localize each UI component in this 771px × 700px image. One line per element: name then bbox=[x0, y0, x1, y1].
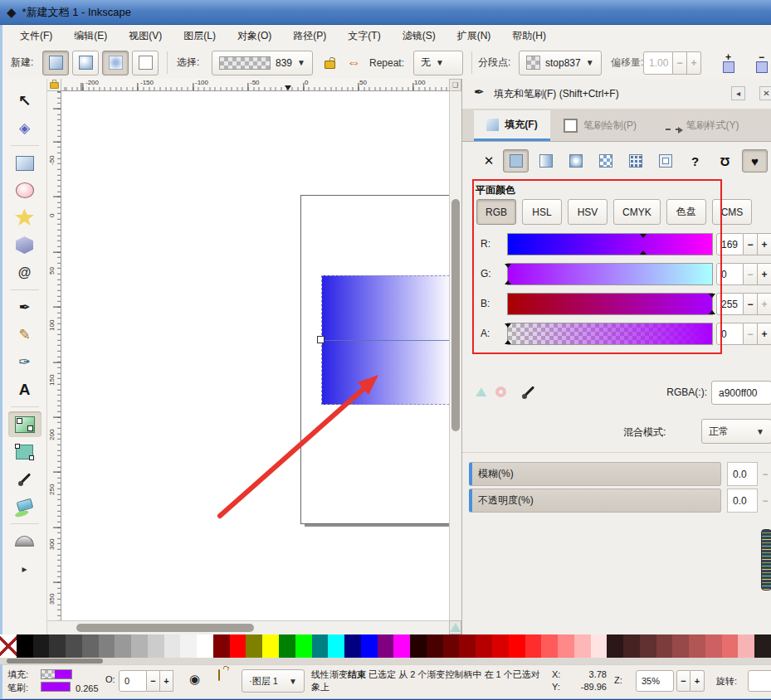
menu-item-文件f[interactable]: 文件(F) bbox=[9, 26, 63, 46]
blur-decrease-button[interactable]: − bbox=[758, 462, 771, 486]
opacity-slider[interactable]: 不透明度(%) bbox=[469, 489, 721, 513]
opacity-decrease-button[interactable]: − bbox=[758, 489, 771, 513]
palette-swatch[interactable] bbox=[738, 634, 754, 658]
selector-tool[interactable]: ↖ bbox=[8, 88, 41, 114]
palette-swatch[interactable] bbox=[509, 634, 525, 658]
slider-marker[interactable] bbox=[505, 323, 511, 328]
slider-value-b[interactable]: 255 bbox=[716, 293, 744, 315]
menu-item-帮助h[interactable]: 帮助(H) bbox=[501, 26, 557, 46]
palette-swatch[interactable] bbox=[131, 634, 148, 658]
layer-visibility-icon[interactable]: ◉ bbox=[189, 673, 200, 685]
palette-swatch[interactable] bbox=[623, 634, 640, 658]
titlebar[interactable]: ◆ *新建文档 1 - Inkscape bbox=[0, 0, 771, 25]
menu-item-滤镜s[interactable]: 滤镜(S) bbox=[392, 26, 446, 46]
slider-marker[interactable] bbox=[709, 310, 715, 314]
palette-swatch[interactable] bbox=[180, 634, 197, 658]
stroke-indicator-swatch[interactable] bbox=[41, 682, 71, 692]
spiral-tool[interactable]: @ bbox=[8, 260, 41, 285]
palette-swatch[interactable] bbox=[328, 634, 344, 658]
zoom-field[interactable]: 35% bbox=[636, 670, 674, 692]
palette-swatch[interactable] bbox=[427, 634, 443, 658]
palette-swatch[interactable] bbox=[459, 634, 476, 658]
linear-gradient-button[interactable] bbox=[42, 51, 69, 75]
slider-decrease-g[interactable]: − bbox=[744, 263, 758, 285]
slider-increase-g[interactable]: + bbox=[758, 263, 771, 285]
slider-increase-a[interactable]: + bbox=[758, 323, 771, 345]
fill-rule-evenodd[interactable]: Ʊ bbox=[712, 149, 738, 173]
palette-swatch[interactable] bbox=[82, 634, 99, 658]
gradient-control-line[interactable] bbox=[321, 340, 449, 341]
color-mode-hsv[interactable]: HSV bbox=[568, 199, 608, 225]
blur-slider[interactable]: 模糊(%) bbox=[469, 462, 721, 486]
menu-item-扩展n[interactable]: 扩展(N) bbox=[446, 26, 502, 46]
palette-swatch[interactable] bbox=[393, 634, 410, 658]
tweak-tool[interactable] bbox=[8, 528, 41, 554]
palette-swatch[interactable] bbox=[525, 634, 542, 658]
palette-swatch[interactable] bbox=[262, 634, 279, 658]
palette-swatch[interactable] bbox=[344, 634, 361, 658]
palette-swatch[interactable] bbox=[574, 634, 591, 658]
dock-collapse-icon[interactable]: ◂ bbox=[731, 86, 745, 100]
paint-none[interactable]: ✕ bbox=[479, 153, 499, 168]
palette-swatch[interactable] bbox=[295, 634, 312, 658]
paint-bucket-tool[interactable] bbox=[8, 493, 41, 519]
gradient-tool[interactable] bbox=[8, 411, 41, 437]
vertical-ruler[interactable]: -50050100150200250300350 bbox=[47, 91, 61, 620]
palette-swatch[interactable] bbox=[49, 634, 66, 658]
gradient-start-handle[interactable] bbox=[317, 336, 325, 343]
offset-field[interactable]: 1.00 bbox=[643, 51, 673, 75]
blur-value-field[interactable]: 0.0 bbox=[727, 462, 758, 486]
repeat-dropdown[interactable]: 无 ▼ bbox=[413, 51, 463, 75]
slider-increase-b[interactable]: + bbox=[758, 293, 771, 315]
slider-value-r[interactable]: 169 bbox=[716, 233, 744, 255]
palette-swatch[interactable] bbox=[66, 634, 82, 658]
gradient-lock-icon[interactable] bbox=[325, 61, 335, 69]
star-tool[interactable] bbox=[8, 205, 41, 231]
mesh-tool[interactable] bbox=[8, 439, 41, 464]
palette-swatch[interactable] bbox=[443, 634, 460, 658]
palette-swatch[interactable] bbox=[607, 634, 623, 658]
rgba-hex-input[interactable]: a900ff00 bbox=[711, 381, 771, 405]
menu-item-视图v[interactable]: 视图(V) bbox=[118, 26, 173, 46]
slider-marker[interactable] bbox=[505, 340, 511, 344]
palette-swatch[interactable] bbox=[672, 634, 689, 658]
vertical-scrollbar-thumb[interactable] bbox=[451, 199, 460, 431]
text-tool[interactable]: A bbox=[8, 377, 41, 402]
slider-decrease-a[interactable]: − bbox=[744, 323, 758, 345]
ruler-lock[interactable] bbox=[47, 79, 61, 91]
slider-decrease-b[interactable]: − bbox=[744, 293, 758, 315]
node-tool[interactable]: ◈ bbox=[8, 115, 41, 141]
paint-pattern[interactable] bbox=[593, 149, 618, 173]
palette-swatch[interactable] bbox=[246, 634, 262, 658]
palette-scrollbar-thumb[interactable] bbox=[7, 659, 103, 664]
pen-tool[interactable]: ✒ bbox=[8, 294, 41, 320]
palette-swatch[interactable] bbox=[213, 634, 230, 658]
pick-color-icon[interactable] bbox=[520, 384, 537, 401]
paint-help[interactable]: ? bbox=[682, 149, 708, 173]
palette-swatch-none[interactable] bbox=[0, 634, 17, 658]
tab-stroke-paint[interactable]: 笔刷绘制(P) bbox=[554, 110, 647, 141]
color-mode-cms[interactable]: CMS bbox=[712, 199, 753, 225]
gradient-select-dropdown[interactable]: 839 ▼ bbox=[212, 51, 313, 75]
menu-item-路径p[interactable]: 路径(P) bbox=[282, 26, 337, 46]
object-opacity-field[interactable]: 0 bbox=[119, 670, 147, 692]
fill-indicator-swatch[interactable] bbox=[41, 669, 72, 679]
delete-stop-icon[interactable] bbox=[756, 61, 768, 73]
radial-gradient-shortcut-icon[interactable] bbox=[495, 386, 506, 397]
palette-swatch[interactable] bbox=[640, 634, 656, 658]
palette-swatch[interactable] bbox=[410, 634, 427, 658]
palette-swatch[interactable] bbox=[689, 634, 705, 658]
stroke-width-value[interactable]: 0.265 bbox=[76, 683, 99, 693]
color-mode-hsl[interactable]: HSL bbox=[522, 199, 562, 225]
palette-swatch[interactable] bbox=[754, 634, 771, 658]
stop-select-dropdown[interactable]: stop837 ▼ bbox=[519, 51, 602, 75]
paint-unknown[interactable] bbox=[652, 149, 678, 173]
slider-value-a[interactable]: 0 bbox=[716, 323, 744, 345]
zoom-out-button[interactable]: − bbox=[676, 670, 690, 692]
drawing-viewport[interactable] bbox=[61, 91, 449, 620]
ruler-toggle-button[interactable]: ❑ bbox=[449, 79, 461, 91]
palette-swatch[interactable] bbox=[361, 634, 378, 658]
slider-g[interactable] bbox=[507, 263, 713, 285]
palette-swatch[interactable] bbox=[591, 634, 608, 658]
menu-item-对象o[interactable]: 对象(O) bbox=[227, 26, 282, 46]
